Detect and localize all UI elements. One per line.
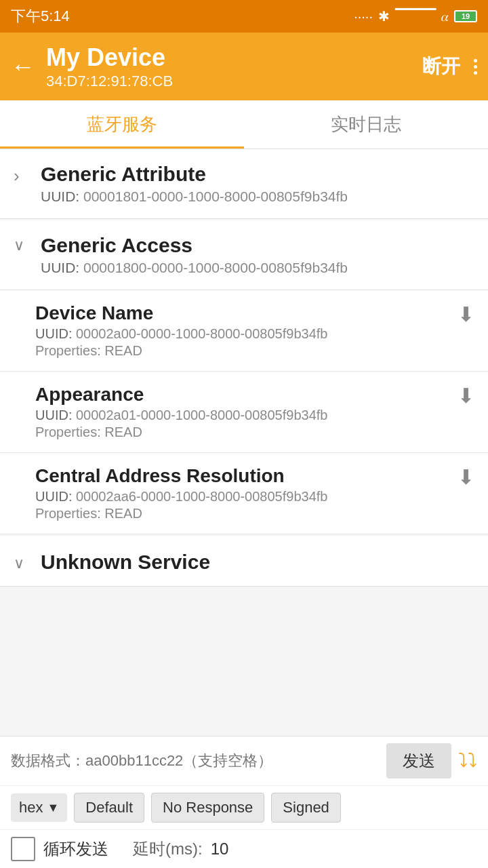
bluetooth-icon: ✱ bbox=[378, 8, 390, 24]
battery-icon: 19 bbox=[454, 10, 477, 22]
characteristic-appearance: Appearance UUID: 00002a01-0000-1000-8000… bbox=[0, 372, 488, 453]
uuid-label-5: UUID: bbox=[35, 489, 76, 504]
characteristic-device-name: Device Name UUID: 00002a00-0000-1000-800… bbox=[0, 290, 488, 372]
more-dot-3 bbox=[474, 71, 477, 75]
disconnect-button[interactable]: 断开 bbox=[422, 54, 460, 79]
char-device-name-info: Device Name UUID: 00002a00-0000-1000-800… bbox=[35, 302, 458, 359]
app-bar: ← My Device 34:D7:12:91:78:CB 断开 bbox=[0, 33, 488, 100]
tab-ble-services[interactable]: 蓝牙服务 bbox=[0, 100, 244, 149]
delay-value: 10 bbox=[211, 840, 229, 859]
more-dot-2 bbox=[474, 65, 477, 68]
more-dot-1 bbox=[474, 59, 477, 62]
tab-realtime-log[interactable]: 实时日志 bbox=[244, 100, 488, 149]
tab-ble-label: 蓝牙服务 bbox=[87, 113, 157, 136]
delay-label: 延时(ms): bbox=[117, 838, 203, 860]
read-button-device-name[interactable]: ⬇ bbox=[458, 302, 474, 326]
tab-log-label: 实时日志 bbox=[331, 113, 401, 136]
device-address: 34:D7:12:91:78:CB bbox=[46, 73, 422, 90]
loop-row: 循环发送 延时(ms): 10 bbox=[0, 830, 488, 868]
format-select[interactable]: hex ▼ bbox=[11, 793, 67, 822]
device-title: My Device bbox=[46, 43, 422, 72]
chevron-right-icon: › bbox=[14, 165, 33, 186]
status-icons: ····· ✱ ▔▔▔▔ 𝛼 19 bbox=[354, 8, 477, 24]
tab-bar: 蓝牙服务 实时日志 bbox=[0, 100, 488, 149]
send-button[interactable]: 发送 bbox=[386, 743, 451, 778]
format-option-signed[interactable]: Signed bbox=[271, 793, 341, 823]
chevron-unknown-icon: ∨ bbox=[14, 555, 33, 572]
expand-icon[interactable]: ⤵⤵ bbox=[458, 751, 477, 770]
app-bar-actions: 断开 bbox=[422, 54, 477, 79]
char-central-address-title: Central Address Resolution bbox=[35, 465, 458, 487]
service-unknown-header[interactable]: ∨ Unknown Service bbox=[0, 536, 488, 587]
char-central-address-info: Central Address Resolution UUID: 00002aa… bbox=[35, 465, 458, 521]
format-select-arrow: ▼ bbox=[47, 801, 59, 815]
signal-dots-icon: ····· bbox=[354, 9, 373, 24]
app-bar-title: My Device 34:D7:12:91:78:CB bbox=[46, 43, 422, 90]
char-central-address-props: Properties: READ bbox=[35, 506, 458, 521]
format-row: hex ▼ Default No Response Signed bbox=[0, 786, 488, 830]
char-device-name-title: Device Name bbox=[35, 302, 458, 324]
service-unknown: ∨ Unknown Service bbox=[0, 536, 488, 587]
format-option-default[interactable]: Default bbox=[74, 793, 144, 823]
service-generic-access-uuid: UUID: 00001800-0000-1000-8000-00805f9b34… bbox=[41, 260, 348, 276]
wifi-icon: 𝛼 bbox=[441, 9, 449, 24]
bottom-bar: 发送 ⤵⤵ hex ▼ Default No Response Signed 循… bbox=[0, 736, 488, 868]
read-button-appearance[interactable]: ⬇ bbox=[458, 384, 474, 408]
status-bar: 下午5:14 ····· ✱ ▔▔▔▔ 𝛼 19 bbox=[0, 0, 488, 33]
char-appearance-title: Appearance bbox=[35, 384, 458, 406]
content-area: › Generic Attribute UUID: 00001801-0000-… bbox=[0, 149, 488, 737]
loop-label: 循环发送 bbox=[43, 838, 108, 860]
uuid-label-4: UUID: bbox=[35, 408, 76, 422]
char-central-address-uuid: UUID: 00002aa6-0000-1000-8000-00805f9b34… bbox=[35, 489, 458, 505]
service-unknown-name: Unknown Service bbox=[41, 551, 210, 574]
service-generic-access: ∨ Generic Access UUID: 00001800-0000-100… bbox=[0, 220, 488, 534]
signal-bars-icon: ▔▔▔▔ bbox=[395, 8, 436, 24]
read-button-central-address[interactable]: ⬇ bbox=[458, 465, 474, 489]
char-device-name-props: Properties: READ bbox=[35, 343, 458, 359]
send-row: 发送 ⤵⤵ bbox=[0, 736, 488, 786]
status-time: 下午5:14 bbox=[11, 6, 70, 26]
props-label-2: Properties: bbox=[35, 425, 104, 439]
service-generic-access-header[interactable]: ∨ Generic Access UUID: 00001800-0000-100… bbox=[0, 220, 488, 290]
service-generic-attribute: › Generic Attribute UUID: 00001801-0000-… bbox=[0, 149, 488, 219]
char-appearance-uuid: UUID: 00002a01-0000-1000-8000-00805f9b34… bbox=[35, 408, 458, 423]
char-appearance-props: Properties: READ bbox=[35, 425, 458, 440]
back-button[interactable]: ← bbox=[11, 52, 35, 81]
more-button[interactable] bbox=[474, 59, 477, 75]
uuid-label-3: UUID: bbox=[35, 326, 76, 341]
service-generic-attribute-info: Generic Attribute UUID: 00001801-0000-10… bbox=[41, 163, 348, 205]
service-generic-attribute-name: Generic Attribute bbox=[41, 163, 348, 186]
props-label-3: Properties: bbox=[35, 506, 104, 521]
service-generic-attribute-header[interactable]: › Generic Attribute UUID: 00001801-0000-… bbox=[0, 149, 488, 219]
format-option-no-response[interactable]: No Response bbox=[151, 793, 264, 823]
service-generic-access-info: Generic Access UUID: 00001800-0000-1000-… bbox=[41, 234, 348, 276]
props-label-1: Properties: bbox=[35, 343, 104, 358]
characteristic-central-address: Central Address Resolution UUID: 00002aa… bbox=[0, 453, 488, 534]
service-generic-access-name: Generic Access bbox=[41, 234, 348, 257]
data-input[interactable] bbox=[11, 752, 380, 770]
loop-checkbox[interactable] bbox=[11, 837, 35, 861]
chevron-down-icon: ∨ bbox=[14, 237, 33, 254]
char-device-name-uuid: UUID: 00002a00-0000-1000-8000-00805f9b34… bbox=[35, 326, 458, 342]
char-appearance-info: Appearance UUID: 00002a01-0000-1000-8000… bbox=[35, 384, 458, 440]
uuid-label-2: UUID: bbox=[41, 260, 83, 275]
service-generic-attribute-uuid: UUID: 00001801-0000-1000-8000-00805f9b34… bbox=[41, 189, 348, 205]
uuid-label-1: UUID: bbox=[41, 189, 83, 204]
format-select-value: hex bbox=[19, 799, 43, 816]
